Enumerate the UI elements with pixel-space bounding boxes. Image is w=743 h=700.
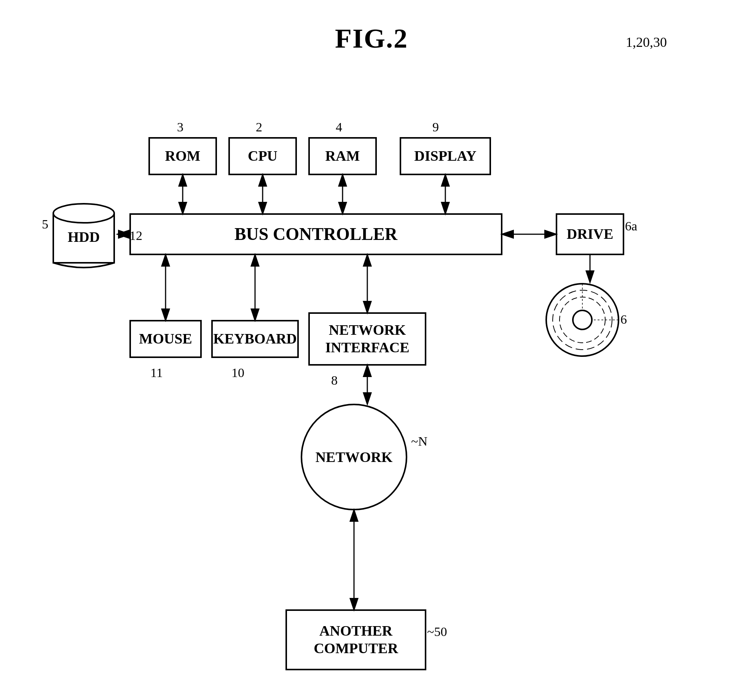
- disk-icon: [544, 282, 620, 358]
- cpu-box: CPU: [228, 137, 297, 175]
- svg-text:HDD: HDD: [68, 229, 100, 245]
- bus-controller-ref: 12: [129, 229, 142, 243]
- ram-box: RAM: [308, 137, 377, 175]
- another-computer-ref: ~50: [427, 625, 447, 639]
- hdd-cylinder: HDD: [49, 198, 118, 274]
- display-box: DISPLAY: [400, 137, 491, 175]
- hdd-ref: 5: [42, 217, 48, 232]
- keyboard-box: KEYBOARD: [211, 320, 299, 358]
- bus-controller-box: BUS CONTROLLER: [129, 213, 502, 255]
- drive-box: DRIVE: [556, 213, 624, 255]
- display-ref: 9: [432, 120, 439, 134]
- network-interface-box: NETWORK INTERFACE: [308, 312, 426, 366]
- mouse-ref: 11: [150, 366, 163, 380]
- mouse-box: MOUSE: [129, 320, 202, 358]
- cpu-ref: 2: [256, 120, 262, 134]
- rom-box: ROM: [148, 137, 217, 175]
- drive-ref: 6a: [625, 219, 637, 233]
- disk-ref: 6: [620, 312, 627, 327]
- rom-ref: 3: [177, 120, 183, 134]
- network-circle: NETWORK: [301, 404, 407, 510]
- diagram: ROM 3 CPU 2 RAM 4 DISPLAY 9 BUS CONTROLL…: [0, 61, 743, 689]
- network-ref: ~N: [411, 434, 427, 449]
- svg-point-1: [53, 204, 114, 223]
- keyboard-ref: 10: [231, 366, 244, 380]
- network-interface-ref: 8: [331, 373, 338, 388]
- reference-label: 1,20,30: [626, 34, 667, 50]
- svg-point-4: [573, 310, 592, 329]
- another-computer-box: ANOTHER COMPUTER: [285, 609, 426, 670]
- ram-ref: 4: [336, 120, 342, 134]
